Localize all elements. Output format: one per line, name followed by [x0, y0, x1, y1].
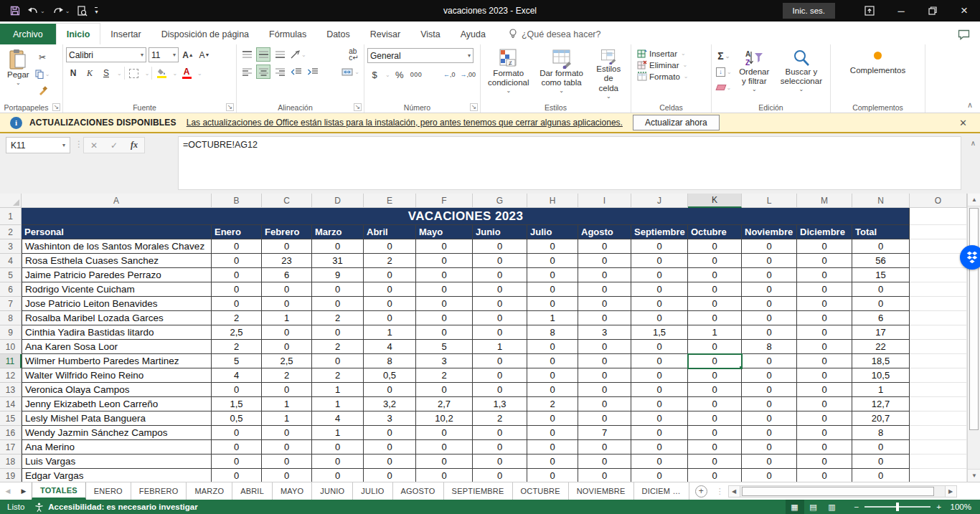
cell[interactable]: 0 — [473, 311, 527, 325]
ribbon-display-options-icon[interactable] — [854, 0, 885, 22]
row-header-3[interactable]: 3 — [0, 239, 22, 254]
number-dialog-launcher-icon[interactable]: ↘ — [470, 103, 478, 111]
restore-button[interactable] — [917, 0, 948, 22]
cell[interactable]: 0 — [852, 239, 910, 254]
cell[interactable]: 2 — [312, 311, 364, 325]
cell[interactable]: 0 — [527, 411, 578, 426]
row-header-17[interactable]: 17 — [0, 440, 22, 454]
tab-inicio[interactable]: Inicio — [56, 23, 101, 44]
save-icon[interactable] — [10, 6, 20, 16]
currency-format-icon[interactable]: $ — [367, 67, 382, 82]
cell[interactable]: 0 — [262, 282, 312, 297]
name-cell[interactable]: Jose Patricio Leiton Benavides — [22, 297, 212, 311]
cell[interactable]: 0 — [262, 340, 312, 354]
cell[interactable]: 0 — [473, 282, 527, 297]
fill-handle[interactable] — [739, 366, 742, 368]
cell[interactable]: 0 — [631, 469, 688, 482]
paste-dropdown-icon[interactable]: ⌄ — [16, 80, 21, 86]
table-header-enero[interactable]: Enero — [212, 225, 262, 239]
name-box[interactable]: K11▾ — [6, 137, 70, 153]
cell[interactable]: 23 — [262, 254, 312, 268]
cell[interactable]: 0 — [416, 297, 473, 311]
cell[interactable]: 0 — [578, 440, 631, 454]
cell[interactable]: 0 — [688, 426, 742, 440]
sheet-title-cell[interactable]: VACACIONES 2023 — [22, 208, 910, 225]
row-header-19[interactable]: 19 — [0, 469, 22, 482]
tell-me-search[interactable]: ¿Qué desea hacer? — [509, 29, 601, 44]
cell[interactable]: 0 — [212, 454, 262, 469]
name-cell[interactable]: Jenny Ekizabeth Leon Carreño — [22, 397, 212, 411]
conditional-formatting-button[interactable]: ≠ Formato condicional⌄ — [484, 47, 534, 101]
tab-archivo[interactable]: Archivo — [0, 24, 56, 44]
cell[interactable]: 0 — [527, 454, 578, 469]
cell[interactable]: 8 — [364, 354, 416, 368]
scroll-down-icon[interactable]: ▼ — [968, 469, 980, 482]
table-header-febrero[interactable]: Febrero — [262, 225, 312, 239]
cell[interactable]: 4 — [312, 411, 364, 426]
column-header-b[interactable]: B — [212, 194, 262, 208]
cell[interactable]: 0 — [631, 383, 688, 397]
cell[interactable]: 2,7 — [416, 397, 473, 411]
cell[interactable]: 0 — [631, 239, 688, 254]
cell[interactable]: 0 — [578, 239, 631, 254]
scroll-right-icon[interactable]: ▶ — [945, 485, 957, 498]
cell[interactable]: 0 — [688, 311, 742, 325]
cell[interactable]: 7 — [578, 426, 631, 440]
cell[interactable]: 0 — [797, 440, 852, 454]
cell[interactable]: 0 — [473, 368, 527, 383]
table-header-julio[interactable]: Julio — [527, 225, 578, 239]
cell[interactable]: 0 — [312, 297, 364, 311]
cell[interactable]: 8 — [852, 426, 910, 440]
scroll-up-icon[interactable]: ▲ — [968, 194, 980, 206]
orientation-icon[interactable]: ⌄ — [289, 47, 308, 62]
table-header-agosto[interactable]: Agosto — [578, 225, 631, 239]
align-left-icon[interactable] — [240, 65, 254, 79]
cell[interactable]: 0 — [473, 440, 527, 454]
borders-icon[interactable] — [127, 66, 141, 80]
cell[interactable]: 0 — [688, 469, 742, 482]
column-header-f[interactable]: F — [416, 194, 473, 208]
table-header-total[interactable]: Total — [852, 225, 910, 239]
cell[interactable]: 0 — [527, 239, 578, 254]
cell-o2[interactable] — [910, 225, 967, 239]
cell[interactable]: 0 — [473, 254, 527, 268]
redo-dropdown-icon[interactable]: ⌄ — [65, 8, 70, 14]
cell[interactable]: 0 — [262, 454, 312, 469]
cell[interactable]: 0 — [416, 325, 473, 340]
cell[interactable]: 0 — [416, 383, 473, 397]
cell[interactable]: 0 — [312, 469, 364, 482]
cell[interactable]: 0 — [578, 411, 631, 426]
row-header-11[interactable]: 11 — [0, 354, 22, 368]
tab-formulas[interactable]: Fórmulas — [259, 24, 316, 44]
cell[interactable]: 0 — [262, 426, 312, 440]
sheet-tab-mayo[interactable]: MAYO — [273, 482, 312, 500]
cell[interactable]: 0 — [631, 354, 688, 368]
cell[interactable]: 20,7 — [852, 411, 910, 426]
cell[interactable]: 0 — [416, 254, 473, 268]
number-format-combo[interactable]: General▾ — [367, 48, 473, 63]
formula-input[interactable]: =OCTUBRE!AG12 — [178, 136, 961, 190]
cell[interactable]: 8 — [742, 340, 797, 354]
font-color-dropdown-icon[interactable]: ⌄ — [197, 70, 202, 77]
cell[interactable]: 0 — [262, 297, 312, 311]
cell[interactable]: 0 — [212, 239, 262, 254]
clear-icon[interactable]: ⌄ — [715, 80, 733, 95]
column-header-n[interactable]: N — [852, 194, 910, 208]
cell-o[interactable] — [910, 354, 967, 368]
cell[interactable]: 0 — [364, 469, 416, 482]
cell[interactable]: 0 — [631, 368, 688, 383]
row-header-9[interactable]: 9 — [0, 325, 22, 340]
cell[interactable]: 2,5 — [212, 325, 262, 340]
cell[interactable]: 2 — [364, 254, 416, 268]
cell[interactable]: 0 — [852, 469, 910, 482]
cell-o[interactable] — [910, 282, 967, 297]
row-header-8[interactable]: 8 — [0, 311, 22, 325]
cell[interactable]: 0,5 — [212, 411, 262, 426]
page-break-view-icon[interactable]: ▥ — [823, 500, 842, 514]
sheet-tab-febrero[interactable]: FEBRERO — [131, 482, 187, 500]
cell[interactable]: 0 — [473, 354, 527, 368]
decrease-decimal-icon[interactable]: →,00 — [458, 67, 477, 82]
row-header-15[interactable]: 15 — [0, 411, 22, 426]
cell[interactable]: 0 — [742, 368, 797, 383]
cell[interactable]: 0 — [688, 397, 742, 411]
